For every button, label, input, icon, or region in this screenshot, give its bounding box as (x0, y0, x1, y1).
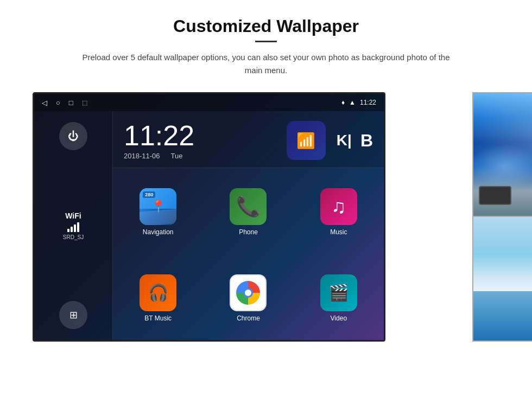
phone-label: Phone (239, 228, 258, 236)
chrome-label: Chrome (237, 314, 260, 322)
music-label: Music (330, 228, 347, 236)
back-icon[interactable]: ◁ (42, 99, 47, 107)
screen-wrapper: ◁ ○ □ ⬚ ♦ ▲ 11:22 ⏻ (33, 92, 505, 342)
main-area: ⏻ WiFi SRD_SJ ⊞ (34, 111, 384, 340)
app-item-music[interactable]: ♫ Music (294, 168, 384, 254)
power-icon: ⏻ (68, 130, 79, 143)
status-right: ♦ ▲ 11:22 (341, 99, 376, 106)
b-label: B (360, 131, 373, 151)
btmusic-label: BT Music (144, 314, 172, 322)
app-grid: 280 📍 Navigation 📞 (113, 168, 384, 340)
apps-button[interactable]: ⊞ (59, 301, 87, 329)
title-divider (255, 41, 277, 42)
video-label: Video (331, 314, 347, 322)
center-content: 11:22 2018-11-06 Tue 📶 K| B (113, 111, 384, 340)
clock-day-value: Tue (171, 152, 183, 160)
phone-icon: 📞 (230, 188, 267, 225)
app-item-btmusic[interactable]: 🎧 BT Music (113, 254, 203, 341)
bluetooth-icon-symbol: 🎧 (148, 283, 168, 302)
navigation-icon: 280 📍 (140, 188, 176, 225)
ki-label: K| (337, 132, 352, 149)
wifi-status-icon: ▲ (349, 99, 356, 106)
clock-date-value: 2018-11-06 (124, 152, 160, 160)
wifi-ssid: SRD_SJ (63, 234, 84, 240)
navigation-label: Navigation (143, 228, 174, 236)
video-icon-symbol: 🎬 (328, 283, 349, 302)
wifi-bar-2 (71, 227, 73, 232)
phone-icon-symbol: 📞 (236, 195, 261, 218)
btmusic-icon: 🎧 (140, 274, 176, 311)
tape-decoration (479, 186, 511, 205)
chrome-circle (236, 281, 260, 305)
app-item-video[interactable]: 🎬 Video (294, 254, 384, 341)
wifi-label: WiFi (63, 211, 84, 220)
page-title: Customized Wallpaper (33, 16, 499, 36)
clock-right: 📶 K| B (287, 121, 373, 160)
nav-icons: ◁ ○ □ ⬚ (42, 99, 87, 107)
music-icon-symbol: ♫ (331, 195, 346, 218)
video-icon: 🎬 (320, 274, 357, 311)
music-icon: ♫ (320, 188, 357, 225)
chrome-center (243, 288, 253, 298)
chrome-icon (230, 274, 267, 311)
app-item-navigation[interactable]: 280 📍 Navigation (113, 168, 203, 254)
android-screen: ◁ ○ □ ⬚ ♦ ▲ 11:22 ⏻ (33, 92, 385, 342)
clock-left: 11:22 2018-11-06 Tue (124, 121, 194, 160)
bridge-scene (473, 217, 532, 341)
map-badge: 280 (143, 191, 155, 198)
recents-icon[interactable]: □ (69, 99, 73, 107)
screenshot-icon[interactable]: ⬚ (82, 99, 87, 106)
power-button[interactable]: ⏻ (59, 122, 87, 150)
status-time: 11:22 (360, 99, 376, 106)
map-background: 280 📍 (140, 188, 176, 225)
wifi-section: WiFi SRD_SJ (63, 211, 84, 240)
wifi-bar-3 (74, 224, 76, 232)
clock-area: 11:22 2018-11-06 Tue 📶 K| B (113, 111, 384, 168)
clock-date: 2018-11-06 Tue (124, 152, 194, 160)
apps-icon: ⊞ (69, 309, 78, 321)
wifi-widget: 📶 (287, 121, 326, 160)
wifi-large-icon: 📶 (296, 132, 315, 150)
location-icon: ♦ (341, 99, 345, 106)
clock-time: 11:22 (124, 121, 194, 150)
wifi-bars (63, 222, 84, 232)
map-icon-symbol: 📍 (151, 200, 166, 214)
status-bar: ◁ ○ □ ⬚ ♦ ▲ 11:22 (34, 94, 384, 111)
home-icon[interactable]: ○ (56, 99, 60, 107)
wallpaper-overlay: CarSetting (472, 92, 532, 342)
wifi-bar-4 (77, 222, 79, 232)
app-item-phone[interactable]: 📞 Phone (203, 168, 293, 254)
page-description: Preload over 5 default wallpaper options… (76, 51, 456, 77)
wallpaper-top (472, 92, 532, 217)
app-item-chrome[interactable]: Chrome (203, 254, 293, 341)
wifi-bar-1 (67, 229, 69, 232)
wallpaper-bottom: CarSetting (472, 217, 532, 342)
left-sidebar: ⏻ WiFi SRD_SJ ⊞ (34, 111, 113, 340)
